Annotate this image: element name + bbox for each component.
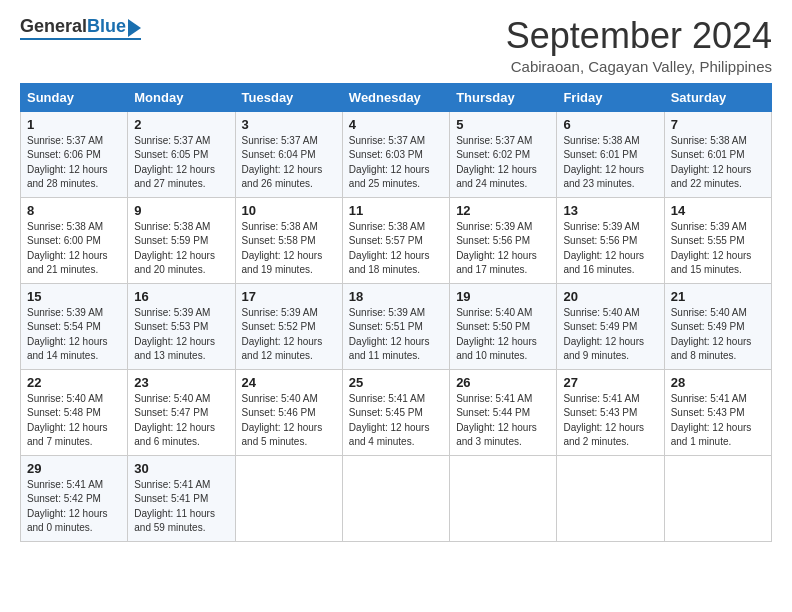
calendar-header-thursday: Thursday [450, 83, 557, 111]
calendar-cell: 2 Sunrise: 5:37 AM Sunset: 6:05 PM Dayli… [128, 111, 235, 197]
day-number: 13 [563, 203, 657, 218]
day-detail: Sunrise: 5:38 AM Sunset: 5:59 PM Dayligh… [134, 220, 228, 278]
day-detail: Sunrise: 5:41 AM Sunset: 5:43 PM Dayligh… [671, 392, 765, 450]
day-detail: Sunrise: 5:40 AM Sunset: 5:48 PM Dayligh… [27, 392, 121, 450]
day-detail: Sunrise: 5:37 AM Sunset: 6:04 PM Dayligh… [242, 134, 336, 192]
day-detail: Sunrise: 5:39 AM Sunset: 5:55 PM Dayligh… [671, 220, 765, 278]
day-number: 21 [671, 289, 765, 304]
day-detail: Sunrise: 5:40 AM Sunset: 5:49 PM Dayligh… [563, 306, 657, 364]
day-number: 18 [349, 289, 443, 304]
calendar-header-monday: Monday [128, 83, 235, 111]
calendar-week-row: 15 Sunrise: 5:39 AM Sunset: 5:54 PM Dayl… [21, 283, 772, 369]
calendar-cell: 19 Sunrise: 5:40 AM Sunset: 5:50 PM Dayl… [450, 283, 557, 369]
calendar-cell [557, 455, 664, 541]
calendar-cell [664, 455, 771, 541]
day-detail: Sunrise: 5:38 AM Sunset: 5:57 PM Dayligh… [349, 220, 443, 278]
day-number: 24 [242, 375, 336, 390]
logo-general: General [20, 16, 87, 36]
day-number: 30 [134, 461, 228, 476]
day-number: 8 [27, 203, 121, 218]
calendar-cell: 24 Sunrise: 5:40 AM Sunset: 5:46 PM Dayl… [235, 369, 342, 455]
day-number: 27 [563, 375, 657, 390]
calendar-cell: 14 Sunrise: 5:39 AM Sunset: 5:55 PM Dayl… [664, 197, 771, 283]
calendar-cell [342, 455, 449, 541]
day-detail: Sunrise: 5:40 AM Sunset: 5:47 PM Dayligh… [134, 392, 228, 450]
day-detail: Sunrise: 5:38 AM Sunset: 6:00 PM Dayligh… [27, 220, 121, 278]
calendar-cell: 9 Sunrise: 5:38 AM Sunset: 5:59 PM Dayli… [128, 197, 235, 283]
day-detail: Sunrise: 5:39 AM Sunset: 5:54 PM Dayligh… [27, 306, 121, 364]
day-detail: Sunrise: 5:40 AM Sunset: 5:46 PM Dayligh… [242, 392, 336, 450]
calendar-header-tuesday: Tuesday [235, 83, 342, 111]
calendar-cell: 17 Sunrise: 5:39 AM Sunset: 5:52 PM Dayl… [235, 283, 342, 369]
day-number: 26 [456, 375, 550, 390]
calendar-header-friday: Friday [557, 83, 664, 111]
calendar-cell: 28 Sunrise: 5:41 AM Sunset: 5:43 PM Dayl… [664, 369, 771, 455]
title-area: September 2024 Cabiraoan, Cagayan Valley… [506, 16, 772, 75]
day-number: 7 [671, 117, 765, 132]
calendar-header-row: SundayMondayTuesdayWednesdayThursdayFrid… [21, 83, 772, 111]
day-detail: Sunrise: 5:39 AM Sunset: 5:51 PM Dayligh… [349, 306, 443, 364]
day-number: 15 [27, 289, 121, 304]
day-number: 10 [242, 203, 336, 218]
calendar-cell: 18 Sunrise: 5:39 AM Sunset: 5:51 PM Dayl… [342, 283, 449, 369]
day-detail: Sunrise: 5:39 AM Sunset: 5:53 PM Dayligh… [134, 306, 228, 364]
calendar-cell: 30 Sunrise: 5:41 AM Sunset: 5:41 PM Dayl… [128, 455, 235, 541]
day-detail: Sunrise: 5:38 AM Sunset: 5:58 PM Dayligh… [242, 220, 336, 278]
month-title: September 2024 [506, 16, 772, 56]
day-number: 20 [563, 289, 657, 304]
day-detail: Sunrise: 5:41 AM Sunset: 5:41 PM Dayligh… [134, 478, 228, 536]
calendar-cell: 12 Sunrise: 5:39 AM Sunset: 5:56 PM Dayl… [450, 197, 557, 283]
day-detail: Sunrise: 5:39 AM Sunset: 5:52 PM Dayligh… [242, 306, 336, 364]
calendar-cell: 22 Sunrise: 5:40 AM Sunset: 5:48 PM Dayl… [21, 369, 128, 455]
day-detail: Sunrise: 5:37 AM Sunset: 6:06 PM Dayligh… [27, 134, 121, 192]
day-detail: Sunrise: 5:38 AM Sunset: 6:01 PM Dayligh… [563, 134, 657, 192]
calendar-cell: 6 Sunrise: 5:38 AM Sunset: 6:01 PM Dayli… [557, 111, 664, 197]
calendar-cell: 25 Sunrise: 5:41 AM Sunset: 5:45 PM Dayl… [342, 369, 449, 455]
day-number: 11 [349, 203, 443, 218]
day-number: 28 [671, 375, 765, 390]
day-detail: Sunrise: 5:37 AM Sunset: 6:03 PM Dayligh… [349, 134, 443, 192]
day-number: 4 [349, 117, 443, 132]
calendar-cell: 23 Sunrise: 5:40 AM Sunset: 5:47 PM Dayl… [128, 369, 235, 455]
day-number: 23 [134, 375, 228, 390]
calendar-cell: 5 Sunrise: 5:37 AM Sunset: 6:02 PM Dayli… [450, 111, 557, 197]
logo-underline [20, 38, 141, 40]
calendar-cell: 7 Sunrise: 5:38 AM Sunset: 6:01 PM Dayli… [664, 111, 771, 197]
calendar-cell: 15 Sunrise: 5:39 AM Sunset: 5:54 PM Dayl… [21, 283, 128, 369]
day-detail: Sunrise: 5:39 AM Sunset: 5:56 PM Dayligh… [456, 220, 550, 278]
day-number: 22 [27, 375, 121, 390]
logo-chevron-icon [128, 19, 141, 37]
calendar-week-row: 29 Sunrise: 5:41 AM Sunset: 5:42 PM Dayl… [21, 455, 772, 541]
calendar-table: SundayMondayTuesdayWednesdayThursdayFrid… [20, 83, 772, 542]
day-number: 12 [456, 203, 550, 218]
calendar-cell: 1 Sunrise: 5:37 AM Sunset: 6:06 PM Dayli… [21, 111, 128, 197]
day-detail: Sunrise: 5:38 AM Sunset: 6:01 PM Dayligh… [671, 134, 765, 192]
day-detail: Sunrise: 5:41 AM Sunset: 5:42 PM Dayligh… [27, 478, 121, 536]
day-detail: Sunrise: 5:41 AM Sunset: 5:45 PM Dayligh… [349, 392, 443, 450]
calendar-cell [450, 455, 557, 541]
day-number: 5 [456, 117, 550, 132]
calendar-cell: 26 Sunrise: 5:41 AM Sunset: 5:44 PM Dayl… [450, 369, 557, 455]
calendar-cell: 21 Sunrise: 5:40 AM Sunset: 5:49 PM Dayl… [664, 283, 771, 369]
day-detail: Sunrise: 5:37 AM Sunset: 6:02 PM Dayligh… [456, 134, 550, 192]
calendar-cell: 10 Sunrise: 5:38 AM Sunset: 5:58 PM Dayl… [235, 197, 342, 283]
calendar-week-row: 1 Sunrise: 5:37 AM Sunset: 6:06 PM Dayli… [21, 111, 772, 197]
day-number: 1 [27, 117, 121, 132]
logo: GeneralBlue [20, 16, 141, 40]
calendar-cell: 3 Sunrise: 5:37 AM Sunset: 6:04 PM Dayli… [235, 111, 342, 197]
day-number: 25 [349, 375, 443, 390]
day-number: 19 [456, 289, 550, 304]
day-detail: Sunrise: 5:37 AM Sunset: 6:05 PM Dayligh… [134, 134, 228, 192]
calendar-header-sunday: Sunday [21, 83, 128, 111]
day-number: 6 [563, 117, 657, 132]
day-number: 16 [134, 289, 228, 304]
calendar-cell: 29 Sunrise: 5:41 AM Sunset: 5:42 PM Dayl… [21, 455, 128, 541]
calendar-week-row: 8 Sunrise: 5:38 AM Sunset: 6:00 PM Dayli… [21, 197, 772, 283]
calendar-week-row: 22 Sunrise: 5:40 AM Sunset: 5:48 PM Dayl… [21, 369, 772, 455]
calendar-cell: 13 Sunrise: 5:39 AM Sunset: 5:56 PM Dayl… [557, 197, 664, 283]
day-number: 3 [242, 117, 336, 132]
day-detail: Sunrise: 5:40 AM Sunset: 5:49 PM Dayligh… [671, 306, 765, 364]
day-detail: Sunrise: 5:40 AM Sunset: 5:50 PM Dayligh… [456, 306, 550, 364]
calendar-cell: 4 Sunrise: 5:37 AM Sunset: 6:03 PM Dayli… [342, 111, 449, 197]
calendar-cell: 20 Sunrise: 5:40 AM Sunset: 5:49 PM Dayl… [557, 283, 664, 369]
